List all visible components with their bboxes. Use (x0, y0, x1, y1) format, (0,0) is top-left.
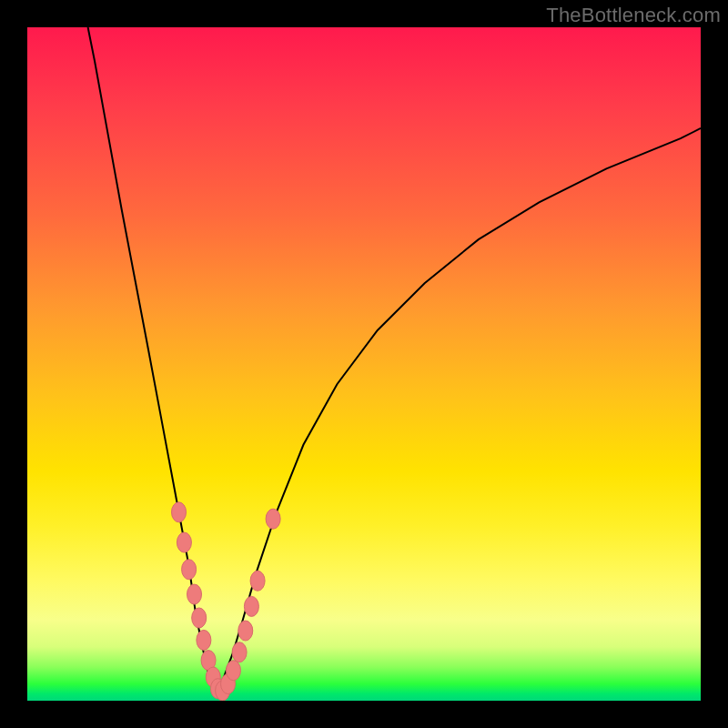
curve-right-branch (216, 128, 701, 694)
chart-svg (27, 27, 701, 701)
chart-plot-area (27, 27, 701, 701)
watermark-text: TheBottleneck.com (546, 4, 721, 27)
highlight-marker (244, 596, 258, 616)
highlight-marker (226, 661, 240, 681)
highlight-marker (187, 584, 202, 604)
highlight-marker (266, 509, 280, 529)
highlight-marker (177, 532, 191, 552)
highlight-marker (197, 630, 211, 650)
highlight-marker (182, 560, 197, 580)
chart-frame: TheBottleneck.com (0, 0, 728, 728)
highlight-marker (172, 502, 187, 522)
highlight-markers (172, 502, 281, 701)
highlight-marker (250, 571, 265, 591)
highlight-marker (238, 621, 253, 641)
highlight-marker (232, 642, 247, 662)
highlight-marker (192, 608, 207, 628)
